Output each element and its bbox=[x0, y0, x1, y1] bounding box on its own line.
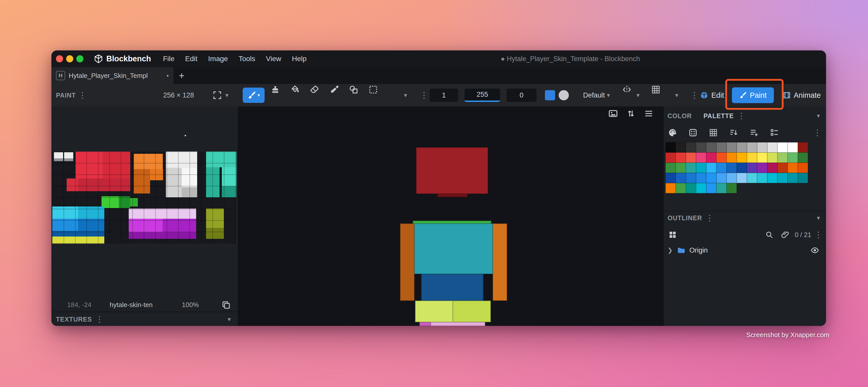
palette-swatch[interactable] bbox=[696, 142, 706, 152]
textures-menu-icon[interactable]: ⋮ bbox=[95, 315, 103, 323]
textures-panel-header[interactable]: TEXTURES ⋮ ▾ bbox=[52, 312, 238, 326]
mode-tab-edit[interactable]: Edit bbox=[700, 84, 724, 107]
palette-swatch[interactable] bbox=[665, 163, 676, 173]
palette-menu-icon[interactable]: ⋮ bbox=[737, 112, 745, 120]
visibility-eye-icon[interactable] bbox=[810, 246, 819, 255]
menu-view[interactable]: View bbox=[260, 55, 286, 63]
palette-swatch[interactable] bbox=[696, 183, 706, 193]
palette-swatch[interactable] bbox=[737, 163, 747, 173]
palette-options-icon[interactable]: ⋮ bbox=[813, 128, 822, 137]
menu-edit[interactable]: Edit bbox=[180, 55, 203, 63]
palette-swatch[interactable] bbox=[686, 173, 696, 183]
draw-shape-tool[interactable] bbox=[348, 84, 359, 95]
palette-swatch[interactable] bbox=[747, 173, 757, 183]
palette-swatch[interactable] bbox=[798, 142, 808, 152]
palette-swatch[interactable] bbox=[747, 163, 757, 173]
palette-swatch[interactable] bbox=[686, 152, 696, 163]
palette-swatch[interactable] bbox=[696, 173, 706, 183]
palette-swatch[interactable] bbox=[706, 152, 716, 163]
palette-swatch[interactable] bbox=[777, 142, 787, 152]
brush-opacity-input[interactable] bbox=[465, 89, 500, 102]
fill-bucket-tool[interactable] bbox=[289, 84, 301, 95]
palette-swatch[interactable] bbox=[726, 173, 737, 183]
menu-tools[interactable]: Tools bbox=[233, 55, 260, 63]
palette-swatch[interactable] bbox=[706, 183, 716, 193]
palette-swatch[interactable] bbox=[716, 163, 726, 173]
toolbar-menu-icon[interactable]: ⋮ bbox=[690, 91, 699, 99]
tools-menu-icon[interactable]: ⋮ bbox=[420, 91, 428, 99]
brush-shape-dropdown[interactable]: Default ▾ bbox=[583, 91, 610, 99]
palette-swatch[interactable] bbox=[676, 152, 686, 163]
mode-tab-animate[interactable]: Animate bbox=[782, 84, 821, 107]
outliner-options-icon[interactable]: ⋮ bbox=[814, 231, 823, 239]
expand-group-icon[interactable]: ❯ bbox=[668, 247, 673, 254]
paint-panel-menu-icon[interactable]: ⋮ bbox=[79, 91, 87, 99]
palette-swatch[interactable] bbox=[737, 173, 747, 183]
palette-swatch[interactable] bbox=[696, 163, 706, 173]
palette-swatch[interactable] bbox=[726, 152, 737, 163]
palette-swatch[interactable] bbox=[767, 173, 777, 183]
viewport-menu-icon[interactable] bbox=[644, 109, 654, 119]
palette-swatch[interactable] bbox=[706, 163, 716, 173]
palette-swatch[interactable] bbox=[787, 152, 798, 163]
palette-swatch[interactable] bbox=[716, 142, 726, 152]
palette-swatch[interactable] bbox=[757, 163, 767, 173]
menu-image[interactable]: Image bbox=[203, 55, 233, 63]
palette-swatch[interactable] bbox=[757, 173, 767, 183]
load-palette-icon[interactable] bbox=[748, 127, 760, 138]
palette-swatch[interactable] bbox=[676, 183, 686, 193]
tools-overflow-icon[interactable]: ▾ bbox=[404, 92, 407, 99]
outliner-panel-header[interactable]: OUTLINER ⋮ ▾ bbox=[663, 211, 826, 225]
brush-dropdown-icon[interactable]: ▾ bbox=[257, 92, 260, 98]
randomize-palette-icon[interactable] bbox=[687, 127, 699, 138]
palette-swatch[interactable] bbox=[676, 142, 686, 152]
new-tab-button[interactable]: + bbox=[174, 67, 190, 84]
grid-view-icon[interactable] bbox=[708, 127, 719, 138]
palette-swatch[interactable] bbox=[726, 163, 737, 173]
paperclip-icon[interactable] bbox=[779, 229, 790, 240]
copy-texture-icon[interactable] bbox=[221, 300, 231, 310]
brush-size-input[interactable] bbox=[430, 89, 458, 102]
palette-swatch[interactable] bbox=[767, 163, 777, 173]
background-image-icon[interactable] bbox=[608, 109, 618, 119]
palette-swatch[interactable] bbox=[706, 142, 716, 152]
palette-swatch[interactable] bbox=[726, 183, 737, 193]
selection-tool[interactable] bbox=[368, 84, 379, 95]
palette-swatch[interactable] bbox=[676, 163, 686, 173]
eraser-tool[interactable] bbox=[309, 84, 320, 95]
outliner-menu-icon[interactable]: ⋮ bbox=[706, 214, 714, 222]
palette-icon[interactable] bbox=[667, 127, 678, 138]
palette-swatch[interactable] bbox=[686, 163, 696, 173]
color-picker-tool[interactable] bbox=[329, 84, 340, 95]
tab-palette[interactable]: PALETTE bbox=[704, 112, 734, 120]
palette-swatch[interactable] bbox=[798, 173, 808, 183]
copy-brush-tool[interactable] bbox=[270, 84, 281, 95]
palette-swatch[interactable] bbox=[706, 173, 716, 183]
palette-swatch[interactable] bbox=[716, 152, 726, 163]
outliner-view-icon[interactable] bbox=[667, 229, 678, 240]
menu-help[interactable]: Help bbox=[286, 55, 312, 63]
textures-collapse-icon[interactable]: ▾ bbox=[228, 316, 231, 323]
palette-swatch[interactable] bbox=[665, 142, 676, 152]
palette-swatch[interactable] bbox=[767, 142, 777, 152]
mirror-paint-icon[interactable] bbox=[621, 84, 632, 95]
palette-swatch[interactable] bbox=[757, 152, 767, 163]
primary-color-swatch[interactable] bbox=[545, 90, 555, 100]
uv-view-dropdown-icon[interactable]: ▾ bbox=[225, 92, 228, 99]
palette-swatch[interactable] bbox=[787, 142, 798, 152]
palette-swatch[interactable] bbox=[737, 142, 747, 152]
palette-swatch[interactable] bbox=[787, 163, 798, 173]
close-window-button[interactable] bbox=[56, 55, 63, 62]
palette-swatch[interactable] bbox=[676, 173, 686, 183]
secondary-color-swatch[interactable] bbox=[559, 90, 569, 100]
palette-swatch[interactable] bbox=[757, 142, 767, 152]
palette-swatch[interactable] bbox=[665, 173, 676, 183]
grid-options-icon[interactable]: ▾ bbox=[675, 92, 678, 99]
fullscreen-uv-icon[interactable] bbox=[212, 90, 223, 101]
palette-swatch[interactable] bbox=[787, 173, 798, 183]
zoom-window-button[interactable] bbox=[76, 55, 84, 62]
color-collapse-icon[interactable]: ▾ bbox=[817, 112, 820, 119]
palette-swatch[interactable] bbox=[767, 152, 777, 163]
palette-swatch[interactable] bbox=[716, 183, 726, 193]
menu-file[interactable]: File bbox=[158, 55, 180, 63]
